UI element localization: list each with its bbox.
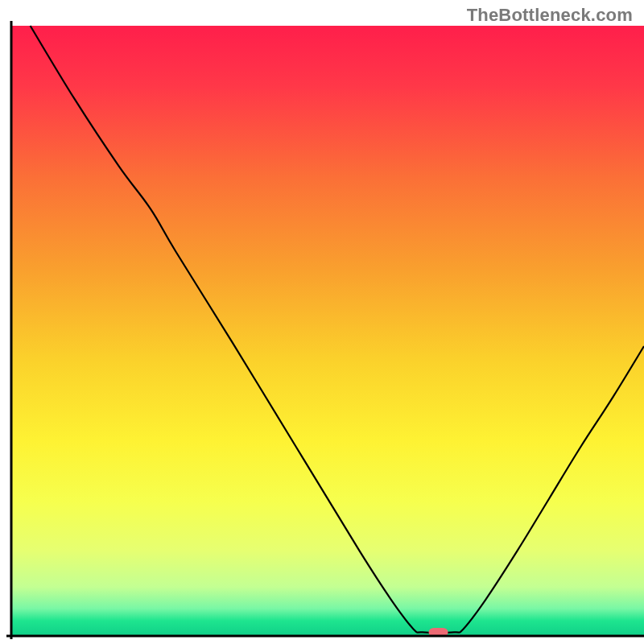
bottleneck-chart: TheBottleneck.com	[0, 0, 644, 644]
heatmap-background	[11, 26, 644, 636]
watermark-label: TheBottleneck.com	[467, 5, 633, 26]
chart-svg	[0, 0, 644, 644]
plot-area	[11, 26, 644, 636]
